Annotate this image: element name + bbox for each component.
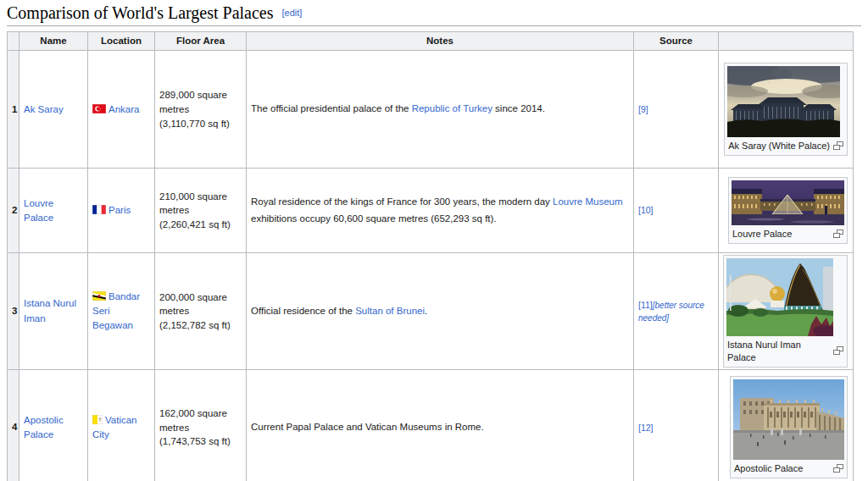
floor-area-metric: 210,000 square metres [159, 190, 242, 218]
table-row-istana-nurul-iman: 3 Istana Nurul Iman Bandar Seri Begawan … [8, 253, 854, 370]
rank-cell: 2 [8, 169, 19, 253]
header-row: Name Location Floor Area Notes Source [8, 32, 854, 51]
location-cell: Bandar Seri Begawan [88, 253, 155, 370]
floor-area-cell: 210,000 square metres (2,260,421 sq ft) [155, 169, 247, 253]
apostolic-palace-photo[interactable] [733, 379, 844, 460]
city-link[interactable]: Paris [108, 205, 131, 215]
notes-cell: Official residence of the Sultan of Brun… [247, 253, 634, 370]
page-title: Comparison of World's Largest Palaces[ed… [7, 0, 861, 26]
notes-link[interactable]: Sultan of Brunei [355, 306, 425, 316]
turkey-flag-icon[interactable] [92, 104, 106, 113]
header-notes: Notes [247, 32, 634, 51]
notes-link[interactable]: Republic of Turkey [412, 103, 492, 113]
source-ref[interactable]: [12] [638, 423, 654, 433]
floor-area-metric: 289,000 square metres [159, 88, 242, 116]
notes-link[interactable]: Louvre Museum [553, 196, 622, 207]
vatican-flag-icon[interactable] [92, 415, 103, 424]
source-ref[interactable]: [10] [638, 205, 654, 215]
header-name: Name [19, 32, 88, 51]
palace-link[interactable]: Ak Saray [24, 104, 64, 114]
notes-text: Royal residence of the kings of France f… [251, 196, 553, 207]
palaces-comparison-table: Name Location Floor Area Notes Source 1 … [7, 31, 854, 481]
source-cell: [12] [634, 369, 719, 481]
enlarge-icon[interactable] [833, 346, 843, 356]
image-cell: Apostolic Palace [719, 369, 854, 481]
source-cell: [10] [634, 169, 719, 253]
location-cell: Paris [88, 169, 155, 253]
louvre-thumbnail[interactable]: Louvre Palace [728, 177, 848, 244]
ak-saray-thumbnail[interactable]: Ak Saray (White Palace) [724, 63, 848, 156]
floor-area-cell: 200,000 square metres (2,152,782 sq ft) [155, 253, 247, 370]
france-flag-icon[interactable] [92, 205, 106, 214]
enlarge-icon[interactable] [833, 464, 843, 473]
location-cell: Vatican City [88, 369, 155, 481]
floor-area-imperial: (3,110,770 sq ft) [159, 117, 242, 131]
header-floor-area: Floor Area [155, 32, 247, 51]
location-cell: Ankara [88, 51, 155, 169]
table-row-louvre: 2 Louvre Palace Paris 210,000 square met… [8, 169, 854, 253]
floor-area-metric: 162,000 square metres [159, 406, 242, 434]
louvre-photo[interactable] [732, 180, 844, 225]
istana-nurul-iman-photo[interactable] [726, 258, 833, 336]
thumbnail-caption: Louvre Palace [732, 228, 792, 240]
floor-area-metric: 200,000 square metres [159, 290, 242, 318]
apostolic-palace-thumbnail[interactable]: Apostolic Palace [730, 376, 848, 478]
article-content: Comparison of World's Largest Palaces[ed… [0, 0, 868, 481]
city-link[interactable]: Ankara [108, 104, 139, 114]
name-cell: Louvre Palace [19, 169, 88, 253]
edit-link[interactable]: [edit] [282, 8, 303, 18]
enlarge-icon[interactable] [833, 229, 843, 239]
name-cell: Ak Saray [19, 51, 88, 169]
thumbnail-caption: Istana Nurul Iman Palace [727, 339, 830, 363]
notes-text: since 2014. [492, 103, 545, 113]
palace-link[interactable]: Apostolic Palace [24, 415, 64, 440]
notes-text: . [425, 306, 427, 316]
istana-nurul-iman-thumbnail[interactable]: Istana Nurul Iman Palace [723, 255, 848, 368]
brunei-flag-icon[interactable] [92, 291, 106, 301]
page-title-text: Comparison of World's Largest Palaces [7, 3, 274, 22]
floor-area-cell: 162,000 square metres (1,743,753 sq ft) [155, 369, 247, 481]
header-image [719, 32, 854, 51]
floor-area-imperial: (2,260,421 sq ft) [159, 218, 242, 232]
notes-text: Current Papal Palace and Vatican Museums… [251, 422, 484, 432]
thumbnail-caption: Apostolic Palace [734, 462, 803, 474]
table-row-ak-saray: 1 Ak Saray Ankara 289,000 square metres … [8, 51, 854, 169]
image-cell: Ak Saray (White Palace) [719, 51, 854, 169]
floor-area-cell: 289,000 square metres (3,110,770 sq ft) [155, 51, 247, 169]
ak-saray-photo[interactable] [727, 66, 840, 137]
floor-area-imperial: (2,152,782 sq ft) [159, 318, 242, 333]
rank-cell: 3 [8, 253, 19, 370]
floor-area-imperial: (1,743,753 sq ft) [159, 434, 242, 449]
name-cell: Istana Nurul Iman [19, 253, 88, 370]
source-cell: [9] [634, 51, 719, 169]
notes-text: Official residence of the [251, 306, 355, 316]
header-location: Location [88, 32, 155, 51]
thumbnail-caption: Ak Saray (White Palace) [728, 140, 830, 152]
image-cell: Louvre Palace [719, 169, 854, 253]
image-cell: Istana Nurul Iman Palace [719, 253, 854, 370]
table-row-apostolic-palace: 4 Apostolic Palace Vatican City 162,000 … [8, 369, 854, 481]
name-cell: Apostolic Palace [19, 369, 88, 481]
rank-cell: 1 [8, 51, 19, 169]
source-cell: [11][better source needed] [634, 253, 719, 370]
enlarge-icon[interactable] [833, 141, 843, 151]
notes-cell: Royal residence of the kings of France f… [247, 169, 634, 253]
notes-text: The official presidential palace of the [251, 103, 412, 113]
palace-link[interactable]: Istana Nurul Iman [24, 298, 76, 323]
rank-cell: 4 [8, 369, 19, 481]
notes-cell: Current Papal Palace and Vatican Museums… [247, 369, 634, 481]
header-rank [8, 32, 19, 51]
palace-link[interactable]: Louvre Palace [24, 198, 53, 223]
notes-cell: The official presidential palace of the … [247, 51, 634, 169]
source-ref[interactable]: [9] [638, 104, 648, 114]
source-ref[interactable]: [11] [638, 300, 653, 310]
notes-text: exhibitions occupy 60,600 square metres … [251, 213, 497, 224]
header-source: Source [634, 32, 719, 51]
